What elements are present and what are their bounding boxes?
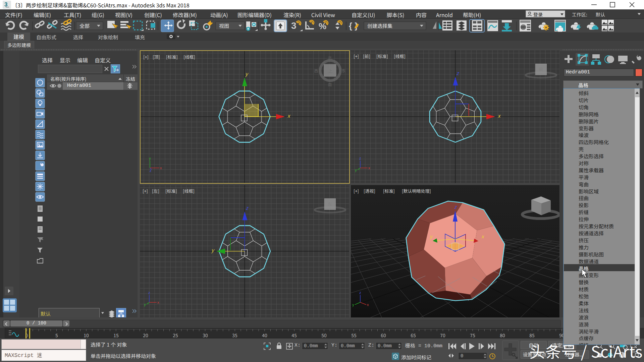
svg-text:30: 30 [203, 332, 208, 339]
svg-text:45: 45 [291, 332, 297, 339]
svg-text:5: 5 [55, 332, 58, 339]
svg-text:南: 南 [328, 81, 332, 87]
svg-text:东: 东 [342, 68, 346, 73]
svg-text:[+]: [+] [143, 54, 149, 60]
svg-text:15: 15 [113, 332, 119, 339]
svg-text:z: z [148, 290, 150, 295]
svg-text:80: 80 [500, 332, 505, 339]
svg-text:[标准]: [标准] [165, 188, 177, 194]
svg-text:50: 50 [321, 332, 327, 339]
svg-text:%: % [319, 21, 326, 31]
svg-text:上: 上 [328, 67, 333, 74]
svg-text:60: 60 [381, 332, 386, 339]
svg-text:[左]: [左] [152, 188, 159, 194]
svg-text:[线框]: [线框] [394, 53, 406, 59]
svg-text:z: z [359, 290, 361, 295]
svg-text:创建选择集: 创建选择集 [367, 22, 392, 29]
svg-text:z: z [150, 168, 151, 173]
svg-text:40: 40 [262, 332, 267, 339]
svg-text:70: 70 [440, 332, 445, 339]
svg-text:全部: 全部 [79, 22, 90, 29]
svg-text:z: z [246, 204, 249, 211]
svg-text:视图: 视图 [219, 22, 229, 29]
svg-text:85: 85 [529, 332, 535, 339]
svg-text:[+]: [+] [143, 188, 148, 194]
svg-text:10: 10 [84, 332, 89, 339]
svg-text:[顶]: [顶] [153, 54, 160, 60]
svg-text:[标准]: [标准] [376, 53, 388, 59]
svg-text:75: 75 [470, 332, 475, 339]
svg-text:[标准]: [标准] [383, 188, 395, 194]
svg-text:z: z [359, 155, 361, 161]
svg-text:[标准]: [标准] [166, 54, 178, 60]
svg-text:北: 北 [328, 55, 332, 60]
svg-text:35: 35 [232, 332, 237, 339]
svg-text:x: x [287, 112, 291, 119]
svg-text:65: 65 [411, 332, 416, 339]
svg-text:西: 西 [314, 68, 318, 73]
svg-text:y: y [352, 302, 354, 307]
svg-text:[默认明暗处理]: [默认明暗处理] [402, 188, 431, 194]
svg-text:y: y [144, 301, 146, 307]
svg-text:[线框]: [线框] [183, 188, 195, 194]
svg-text:55: 55 [351, 332, 357, 339]
svg-text:[透视]: [透视] [364, 188, 375, 194]
svg-text:20: 20 [143, 332, 148, 339]
svg-text:y: y [149, 155, 151, 161]
svg-text:x: x [160, 165, 162, 170]
svg-text:[前]: [前] [363, 53, 370, 59]
svg-text:前: 前 [539, 66, 543, 72]
svg-text:y: y [245, 70, 249, 77]
svg-text:[+]: [+] [354, 188, 359, 194]
svg-text:x: x [157, 299, 159, 305]
svg-text:左: 左 [328, 201, 332, 207]
svg-text:0: 0 [26, 332, 29, 339]
svg-text:25: 25 [173, 332, 178, 339]
svg-text:x: x [368, 165, 370, 170]
svg-text:y: y [211, 246, 215, 253]
svg-text:[+]: [+] [354, 53, 359, 59]
svg-text:x: x [498, 112, 501, 119]
svg-text:y: y [355, 167, 357, 172]
svg-text:[线框]: [线框] [183, 54, 195, 60]
svg-text:3: 3 [291, 20, 297, 31]
svg-text:x: x [367, 302, 369, 307]
svg-text:z: z [457, 69, 460, 76]
